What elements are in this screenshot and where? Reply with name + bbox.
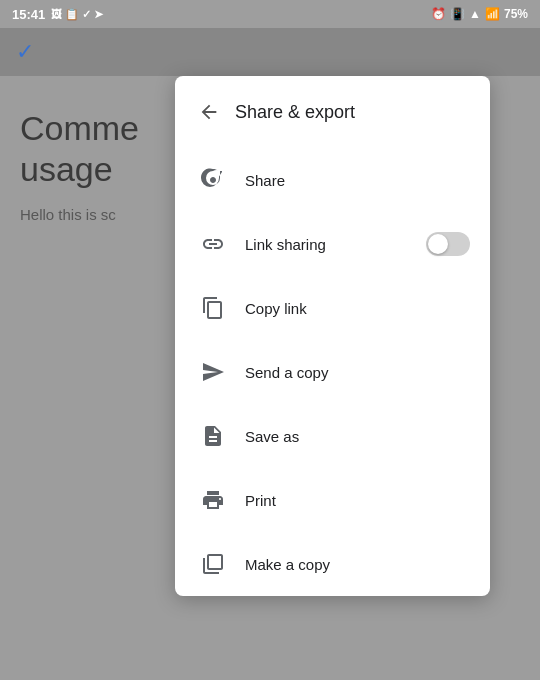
- menu-item-share[interactable]: Share: [175, 148, 490, 212]
- back-button[interactable]: [191, 94, 227, 130]
- share-icon: [195, 162, 231, 198]
- link-sharing-label: Link sharing: [245, 236, 426, 253]
- notif-icons: 🖼 📋 ✓ ➤: [51, 8, 103, 21]
- make-copy-icon: [195, 546, 231, 582]
- background-content: ✓ Commeusage Hello this is sc Share & ex…: [0, 28, 540, 680]
- toggle-knob: [428, 234, 448, 254]
- wifi-icon: ▲: [469, 7, 481, 21]
- menu-item-link-sharing[interactable]: Link sharing: [175, 212, 490, 276]
- menu-item-make-copy[interactable]: Make a copy: [175, 532, 490, 596]
- menu-item-send-copy[interactable]: Send a copy: [175, 340, 490, 404]
- battery: 75%: [504, 7, 528, 21]
- share-label: Share: [245, 172, 470, 189]
- copy-link-icon: [195, 290, 231, 326]
- menu-item-print[interactable]: Print: [175, 468, 490, 532]
- send-copy-icon: [195, 354, 231, 390]
- copy-link-label: Copy link: [245, 300, 470, 317]
- status-bar: 15:41 🖼 📋 ✓ ➤ ⏰ 📳 ▲ 📶 75%: [0, 0, 540, 28]
- alarm-icon: ⏰: [431, 7, 446, 21]
- link-icon: [195, 226, 231, 262]
- link-sharing-toggle[interactable]: [426, 232, 470, 256]
- back-arrow-icon: [198, 101, 220, 123]
- panel-header: Share & export: [175, 76, 490, 148]
- share-export-panel: Share & export Share Link sharing: [175, 76, 490, 596]
- menu-item-save-as[interactable]: Save as: [175, 404, 490, 468]
- signal-icon: 📶: [485, 7, 500, 21]
- print-icon: [195, 482, 231, 518]
- save-as-icon: [195, 418, 231, 454]
- make-copy-label: Make a copy: [245, 556, 470, 573]
- time: 15:41: [12, 7, 45, 22]
- panel-title: Share & export: [235, 102, 355, 123]
- vibrate-icon: 📳: [450, 7, 465, 21]
- send-copy-label: Send a copy: [245, 364, 470, 381]
- print-label: Print: [245, 492, 470, 509]
- menu-item-copy-link[interactable]: Copy link: [175, 276, 490, 340]
- save-as-label: Save as: [245, 428, 470, 445]
